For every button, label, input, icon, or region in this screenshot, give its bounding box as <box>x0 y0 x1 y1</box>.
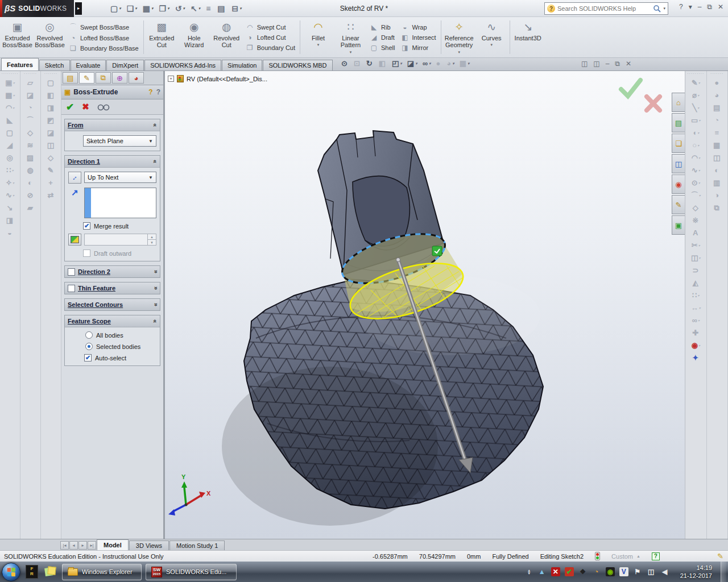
help-dropdown-icon[interactable]: ▾ <box>689 3 692 11</box>
up-to-next-badge[interactable] <box>432 246 442 256</box>
boundary-boss-button[interactable]: ❏Boundary Boss/Base <box>69 44 139 52</box>
view-cube-iso-icon[interactable]: ◫ <box>47 142 55 149</box>
untrim-surface-icon[interactable]: ⊘ <box>27 192 34 199</box>
direction2-checkbox[interactable]: ✔ <box>68 268 75 276</box>
radio-selected-icon[interactable] <box>85 343 93 350</box>
convert-entities-icon[interactable]: ◫▾ <box>691 254 700 262</box>
extruded-cut-button[interactable]: ▩ Extruded Cut <box>146 18 178 56</box>
reference-geometry-button[interactable]: ✧ Reference Geometry ▾ <box>443 18 475 56</box>
new-document-icon[interactable]: ▢▾ <box>110 4 121 13</box>
end-condition-dropdown[interactable]: Up To Next ▼ <box>84 172 156 183</box>
tab-evaluate[interactable]: Evaluate <box>71 60 106 70</box>
sketch-fillet-icon[interactable]: ⌒▾ <box>691 192 701 199</box>
line-icon[interactable]: ╲▾ <box>692 104 699 112</box>
view-cube-front-icon[interactable]: ▢ <box>47 79 55 87</box>
curves-icon[interactable]: ∿▾ <box>6 192 14 199</box>
thin-feature-group-header[interactable]: ✔ Thin Feature « <box>65 282 160 294</box>
draft-button[interactable]: ◢Draft <box>370 34 395 41</box>
swept-boss-button[interactable]: ⌒Swept Boss/Base <box>69 22 139 32</box>
checkbox-unchecked-icon[interactable]: ✔ <box>83 250 90 257</box>
clipboard-icon[interactable]: ▤ <box>713 104 721 112</box>
draft-outward-checkbox[interactable]: ✔ Draft outward <box>83 250 156 257</box>
help-icon[interactable]: ? <box>679 3 683 11</box>
appearance-copy-icon[interactable]: ◕ <box>714 92 719 99</box>
extend-surface-icon[interactable]: ◐ <box>28 179 33 187</box>
display-style-icon[interactable]: ◪▾ <box>407 59 417 68</box>
curves-dropdown-icon[interactable]: ▾ <box>490 43 493 47</box>
move-entities-icon[interactable]: ↔▾ <box>691 304 701 312</box>
tab-solidworks-mbd[interactable]: SOLIDWORKS MBD <box>263 60 332 70</box>
expand-icon[interactable]: « <box>152 286 159 290</box>
draft-button[interactable] <box>68 234 81 246</box>
shell-icon[interactable]: ▢ <box>6 129 14 137</box>
circle-icon[interactable]: ○▾ <box>692 142 699 149</box>
whats-new-help-icon[interactable]: ? <box>148 88 152 96</box>
scene-sphere-icon[interactable]: ◑ <box>714 192 719 199</box>
collapse-icon[interactable]: « <box>152 123 159 127</box>
quick-tips-icon[interactable]: ? <box>652 552 660 560</box>
fillet-icon[interactable]: ◠▾ <box>6 104 14 112</box>
add-relation-icon[interactable]: + <box>48 179 53 187</box>
direction-selection-box[interactable] <box>84 188 156 218</box>
merge-result-checkbox[interactable]: ✔ Merge result <box>83 222 156 230</box>
revolved-surface-icon[interactable]: ◔ <box>28 104 33 112</box>
dimxpert-manager-tab[interactable]: ⊕ <box>112 72 127 84</box>
move-body-icon[interactable]: ⇄ <box>48 192 55 199</box>
help-search-box[interactable]: ? ▾ <box>544 2 668 15</box>
copy-settings-icon[interactable]: ⧉ <box>714 204 720 212</box>
view-trimetric-icon[interactable]: ◇ <box>48 154 54 162</box>
configuration-manager-tab[interactable]: ⧉ <box>96 72 111 84</box>
search-dropdown-icon[interactable]: ▾ <box>663 6 665 11</box>
confirmation-accept[interactable] <box>621 80 640 96</box>
search-3d-content-tab-icon[interactable]: ◉ <box>672 174 685 194</box>
fillet-button[interactable]: ◠ Fillet ▾ <box>302 18 334 56</box>
extruded-boss-icon[interactable]: ▣▾ <box>5 79 14 87</box>
render-sphere-icon[interactable]: ◐ <box>714 167 719 174</box>
lofted-boss-button[interactable]: ◔Lofted Boss/Base <box>69 34 139 42</box>
from-dropdown[interactable]: Sketch Plane ▼ <box>83 135 156 147</box>
appearances-icon[interactable]: ◕▾ <box>446 59 454 68</box>
toolbar-grip[interactable]: ········· <box>687 73 704 74</box>
selected-bodies-radio[interactable]: Selected bodies <box>85 343 156 350</box>
nvidia-icon[interactable]: ◉ <box>606 567 615 576</box>
reference-geometry-icon[interactable]: ✧▾ <box>6 179 14 187</box>
revolved-cut-button[interactable]: ◍ Revolved Cut <box>210 18 243 56</box>
intersect-button[interactable]: ◧Intersect <box>400 34 436 41</box>
feature-manager-tab[interactable]: ▤ <box>63 72 78 84</box>
linear-pattern-dropdown-icon[interactable]: ▾ <box>350 50 352 55</box>
unit-system-dropdown[interactable]: Custom▲ <box>611 553 640 560</box>
database-icon[interactable]: ≡ <box>714 129 719 137</box>
ellipse-icon[interactable]: ⊙▾ <box>692 179 700 187</box>
tab-sketch[interactable]: Sketch <box>39 60 70 70</box>
sketch-icon[interactable]: ✎▾ <box>692 79 700 87</box>
mirror-entities-icon[interactable]: ◭ <box>693 279 699 287</box>
selected-contours-group-header[interactable]: Selected Contours « <box>65 299 160 310</box>
from-group-header[interactable]: From « <box>65 119 160 131</box>
home-tab-icon[interactable]: ⌂ <box>672 93 685 112</box>
tree-root-label[interactable]: RV (Default<<Default>_Dis... <box>187 76 267 82</box>
reverse-direction-button[interactable]: ↕ <box>68 172 81 184</box>
trim-surface-icon[interactable]: ◍ <box>27 167 34 174</box>
trim-entities-icon[interactable]: ✂▾ <box>692 242 700 250</box>
hide-show-items-icon[interactable]: ∞▾ <box>423 59 431 68</box>
antivirus-icon[interactable]: ✔ <box>565 567 574 576</box>
extruded-boss-button[interactable]: ▣ Extruded Boss/Base <box>1 18 34 56</box>
model-tab[interactable]: Model <box>97 539 129 550</box>
menu-flyout-arrow[interactable]: ▸ <box>75 2 82 15</box>
restore-button[interactable]: ⧉ <box>707 3 712 11</box>
feature-scope-group-header[interactable]: Feature Scope « <box>65 315 160 327</box>
swept-cut-button[interactable]: ◠Swept Cut <box>246 23 295 31</box>
draft-icon[interactable]: ◢ <box>7 142 13 149</box>
linear-sketch-pattern-icon[interactable]: ∷▾ <box>692 292 699 300</box>
form-icon[interactable]: ▥ <box>713 179 721 187</box>
linear-pattern-button[interactable]: ∷ Linear Pattern ▾ <box>334 18 367 56</box>
view-cube-back-icon[interactable]: ◧ <box>47 92 55 99</box>
close-button[interactable]: ✕ <box>718 3 723 11</box>
file-properties-icon[interactable]: ▤ <box>217 4 226 13</box>
arc-icon[interactable]: ◠▾ <box>692 154 700 162</box>
adobe-icon[interactable]: ✕ <box>551 567 560 576</box>
boundary-surface-icon[interactable]: ≋ <box>27 142 34 149</box>
lofted-cut-button[interactable]: ◑Lofted Cut <box>246 34 295 41</box>
instant3d-button[interactable]: ↘ Instant3D <box>512 18 544 56</box>
search-icon[interactable] <box>653 5 661 13</box>
